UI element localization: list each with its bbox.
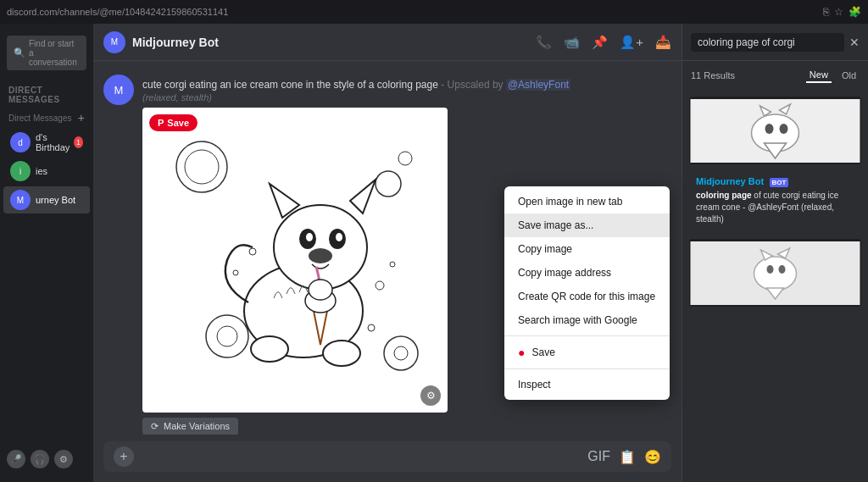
image-settings-icon[interactable]: ⚙: [420, 385, 441, 406]
corgi-image[interactable]: [142, 108, 448, 413]
share-icon[interactable]: ⎘: [823, 6, 829, 18]
sidebar-item-birthday[interactable]: d d's Birthday 1: [3, 129, 90, 156]
url-bar: discord.com/channels/@me/104842421598605…: [0, 0, 868, 24]
context-pinterest-save-label: Save: [531, 346, 554, 358]
context-divider-1: [504, 335, 670, 336]
result-body-1: coloring page of cute corgi eating ice c…: [696, 190, 854, 225]
tab-old[interactable]: Old: [838, 69, 860, 82]
svg-point-18: [309, 280, 332, 300]
settings-icon[interactable]: ⚙: [54, 450, 73, 468]
variations-icon: ⟳: [151, 421, 159, 432]
sidebar: 🔍 Find or start a conversation DIRECT ME…: [0, 24, 93, 482]
result-text-1: Midjourney Bot BOT coloring page of cute…: [689, 168, 861, 230]
svg-point-8: [274, 205, 367, 290]
message-input-box: + GIF 📋 😊: [103, 441, 671, 472]
svg-point-36: [754, 257, 797, 291]
sidebar-item-ies-label: ies: [36, 166, 47, 176]
svg-point-13: [306, 233, 313, 241]
bot-name: Midjourney Bot: [132, 36, 219, 49]
msg1-avatar: M: [103, 75, 134, 105]
context-copy-image-label: Copy image: [518, 243, 572, 255]
context-save-image-as[interactable]: Save image as...: [504, 213, 670, 237]
context-create-qr-label: Create QR code for this image: [518, 291, 655, 302]
headphone-icon[interactable]: 🎧: [31, 450, 49, 468]
image-container: P Save ⚙: [142, 108, 448, 413]
result-image-2[interactable]: [689, 239, 861, 307]
msg1-text: cute corgi eating an ice cream cone in t…: [142, 78, 671, 92]
close-search-icon[interactable]: ✕: [849, 36, 860, 49]
video-icon[interactable]: 📹: [564, 35, 580, 50]
context-copy-image-address-label: Copy image address: [518, 267, 611, 279]
variations-label: Make Variations: [164, 421, 230, 431]
inbox-icon[interactable]: 📥: [655, 35, 671, 50]
search-icon: 🔍: [14, 47, 25, 58]
birthday-avatar: d: [10, 132, 31, 152]
svg-point-15: [309, 248, 332, 263]
add-member-icon[interactable]: 👤+: [620, 35, 643, 50]
new-dm-button[interactable]: +: [78, 111, 85, 125]
context-save-image-as-label: Save image as...: [518, 219, 593, 231]
channel-header: M Midjourney Bot 📞 📹 📌 👤+ 📥: [93, 24, 682, 61]
sidebar-item-birthday-label: d's Birthday: [36, 132, 74, 152]
search-input[interactable]: [691, 33, 844, 52]
search-conversations[interactable]: 🔍 Find or start a conversation: [7, 36, 86, 70]
new-dm-label: Direct Messages +: [0, 108, 93, 128]
extension-icon[interactable]: 🧩: [849, 6, 861, 18]
tab-new[interactable]: New: [806, 68, 832, 83]
add-attachment-button[interactable]: +: [114, 446, 134, 467]
star-icon[interactable]: ☆: [834, 6, 843, 18]
gif-icon[interactable]: GIF: [587, 449, 610, 465]
svg-point-14: [336, 233, 342, 241]
direct-messages-header: DIRECT MESSAGES: [0, 77, 93, 108]
msg1-main-text: cute corgi eating an ice cream cone in t…: [142, 79, 438, 91]
search-header: ✕: [682, 24, 868, 61]
results-header: 11 Results New Old: [682, 61, 868, 90]
msg1-subtext: - Upscaled by: [441, 79, 506, 91]
context-search-google[interactable]: Search image with Google: [504, 308, 670, 332]
context-copy-image[interactable]: Copy image: [504, 237, 670, 261]
ies-avatar: i: [10, 161, 31, 181]
url-text: discord.com/channels/@me/104842421598605…: [7, 7, 818, 17]
svg-point-31: [765, 124, 774, 134]
birthday-badge: 1: [74, 136, 83, 148]
sidebar-item-ies[interactable]: i ies: [3, 158, 90, 185]
bot-avatar: M: [103, 31, 125, 53]
svg-point-20: [323, 341, 360, 366]
result-username-1: Midjourney Bot: [696, 176, 764, 186]
context-pinterest-save[interactable]: ● Save: [504, 340, 670, 365]
save-button[interactable]: P Save: [149, 114, 198, 131]
result-item-2: [689, 239, 861, 307]
header-icons: 📞 📹 📌 👤+ 📥: [536, 35, 671, 50]
context-inspect[interactable]: Inspect: [504, 373, 670, 396]
context-create-qr[interactable]: Create QR code for this image: [504, 285, 670, 308]
pin-icon[interactable]: 📌: [592, 35, 608, 50]
msg1-mention: @AshleyFont: [506, 79, 570, 91]
msg1-italic: (relaxed, stealth): [142, 92, 671, 102]
svg-point-19: [251, 336, 288, 362]
emoji-icon[interactable]: 😊: [644, 449, 661, 465]
make-variations-button[interactable]: ⟳ Make Variations: [142, 418, 238, 435]
svg-point-39: [779, 265, 786, 274]
right-panel: ✕ 11 Results New Old: [682, 24, 868, 482]
microphone-icon[interactable]: 🎤: [7, 450, 25, 468]
svg-point-38: [767, 265, 774, 274]
result-item-1: Midjourney Bot BOT coloring page of cute…: [689, 97, 861, 230]
find-conversation-label: Find or start a conversation: [29, 39, 80, 67]
sticker-icon[interactable]: 📋: [619, 449, 636, 465]
context-copy-image-address[interactable]: Copy image address: [504, 261, 670, 285]
pinterest-save-icon: P: [158, 118, 164, 128]
sidebar-item-journey-bot[interactable]: M urney Bot: [3, 186, 90, 213]
results-count: 11 Results: [691, 70, 799, 80]
svg-point-32: [780, 124, 788, 134]
pinterest-icon: ●: [518, 346, 525, 359]
result-image-1[interactable]: [689, 97, 861, 164]
context-open-new-tab-label: Open image in new tab: [518, 196, 622, 208]
context-divider-2: [504, 368, 670, 369]
context-open-new-tab[interactable]: Open image in new tab: [504, 190, 670, 213]
context-inspect-label: Inspect: [518, 379, 551, 391]
context-menu: Open image in new tab Save image as... C…: [504, 186, 670, 400]
message-input[interactable]: [141, 451, 581, 463]
corgi-coloring-page: [142, 108, 448, 413]
save-button-label: Save: [167, 118, 189, 128]
phone-icon[interactable]: 📞: [536, 35, 552, 50]
